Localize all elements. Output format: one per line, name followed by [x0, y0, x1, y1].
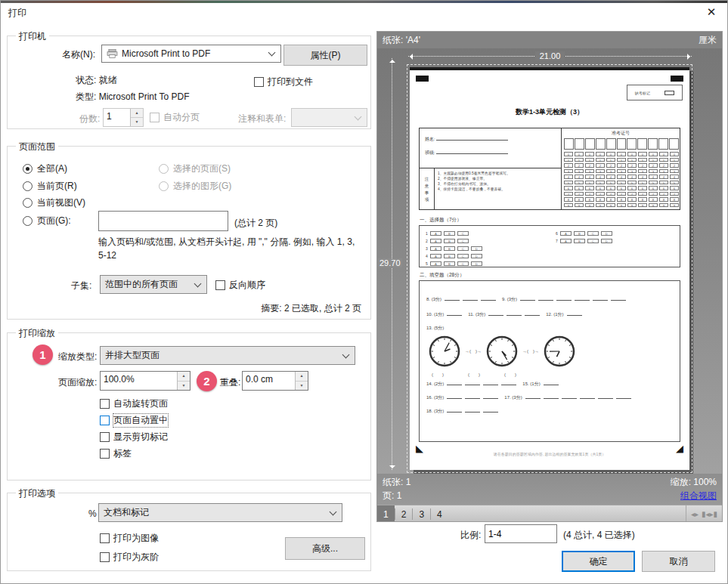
scale-type-select[interactable]: 并排大型页面 [100, 346, 355, 365]
print-content-value: 文档和标记 [104, 506, 149, 519]
stepper-down-icon[interactable]: ▼ [296, 381, 308, 391]
checkbox-box[interactable] [215, 280, 225, 290]
section1-label: 一、选择题（7分） [420, 217, 462, 224]
stepper-up-icon[interactable]: ▲ [296, 372, 308, 381]
choice-option-bubble: A [560, 239, 572, 243]
radio-dot[interactable] [23, 164, 33, 174]
fill-item: 18. (3分) [426, 408, 498, 415]
properties-button[interactable]: 属性(P) [283, 45, 367, 66]
printer-name-select[interactable]: Microsoft Print to PDF [101, 45, 281, 63]
ratio-input[interactable] [485, 524, 557, 543]
fill-item-label: 11. (3分) [468, 311, 485, 318]
digit-bubble: 7 [617, 192, 626, 196]
choice-option-bubble: A [430, 239, 441, 243]
auto-rotate-checkbox[interactable]: 自动旋转页面 [100, 397, 168, 410]
combined-view-link[interactable]: 组合视图 [680, 489, 717, 502]
advanced-button[interactable]: 高级... [285, 537, 365, 560]
auto-center-checkbox[interactable]: 页面自动置中 [100, 414, 168, 427]
digit-bubble: 6 [575, 186, 584, 190]
answer-blank [445, 297, 460, 301]
fill-item-label: 16. (3分) [426, 394, 444, 401]
digit-bubble: 5 [617, 181, 626, 185]
reverse-order-checkbox[interactable]: 反向顺序 [215, 279, 265, 292]
choice-number: 7 [556, 239, 558, 243]
checkbox-box[interactable] [254, 77, 264, 87]
notice-line: 2、不得使用涂改液、修正带。 [438, 176, 558, 181]
stepper-up-icon[interactable]: ▲ [131, 109, 143, 117]
answer-blank [447, 409, 462, 413]
digit-bubble: 9 [596, 203, 605, 208]
digit-bubble: 4 [670, 175, 679, 179]
exam-number-write-cell [617, 138, 627, 150]
subset-select[interactable]: 范围中的所有页面 [100, 275, 207, 294]
radio-current-view[interactable]: 当前视图(V) [23, 196, 85, 209]
ok-button[interactable]: 确定 [562, 551, 635, 572]
print-as-image-checkbox[interactable]: 打印为图像 [100, 532, 159, 545]
notice-line: 1、主观题必须使用0.5毫米黑色签字笔填写。 [438, 171, 558, 176]
tab-navigation: ◂▸ ▮◂▸▮ [686, 505, 722, 522]
radio-current-page[interactable]: 当前页(R) [23, 180, 77, 193]
choice-row: 5ABCD [426, 260, 482, 267]
prev-next-page-icon[interactable]: ◂▸ [691, 510, 699, 518]
checkbox-box[interactable] [100, 449, 110, 459]
digit-bubble: 0 [606, 152, 615, 156]
checkbox-box[interactable] [100, 399, 110, 409]
checkbox-box[interactable] [100, 416, 110, 425]
choice-option-bubble: C [457, 261, 469, 266]
overlap-stepper[interactable]: 0.0 cm ▲▼ [242, 371, 308, 391]
page-scale-value[interactable]: 100.0% [101, 372, 177, 390]
scale-type-value: 并排大型页面 [105, 349, 160, 362]
digit-bubble: 1 [659, 158, 668, 162]
digit-bubble: 9 [564, 203, 573, 208]
radio-all-pages[interactable]: 全部(A) [23, 162, 67, 175]
digit-bubble: 5 [659, 181, 668, 185]
pages-range-input[interactable] [98, 211, 228, 231]
checkbox-box[interactable] [100, 552, 110, 562]
fill-item: 15. (1分) [522, 381, 558, 388]
radio-selected-pages: 选择的页面(S) [159, 162, 231, 175]
close-icon[interactable]: ✕ [703, 4, 720, 20]
copies-stepper[interactable]: 1 ▲▼ [103, 108, 144, 127]
stepper-down-icon[interactable]: ▼ [131, 117, 143, 126]
digit-bubble: 6 [670, 186, 679, 190]
width-dimension-value: 21.00 [408, 51, 692, 60]
digit-bubble: 8 [627, 197, 637, 202]
fill-item: 9. (3分) [502, 296, 626, 303]
radio-pages[interactable]: 页面(G): [23, 215, 71, 227]
page-tab-4[interactable]: 4 [431, 505, 448, 522]
checkbox-box[interactable] [100, 533, 110, 543]
exam-number-write-cell [658, 138, 668, 150]
page-scale-stepper[interactable]: 100.0% ▲▼ [100, 371, 191, 391]
notice-vertical-char: 意 [425, 184, 429, 189]
print-content-select[interactable]: 文档和标记 [98, 503, 342, 522]
show-crop-marks-checkbox[interactable]: 显示剪切标记 [100, 431, 168, 443]
choice-option-bubble: C [587, 239, 599, 243]
first-last-page-icon[interactable]: ▮◂▸▮ [702, 510, 717, 518]
radio-dot[interactable] [23, 181, 33, 191]
fill-item: 17. (3分) [504, 394, 630, 401]
choice-option-bubble: B [444, 231, 455, 236]
answer-blank [488, 312, 503, 316]
page-tab-2[interactable]: 2 [395, 505, 413, 522]
cancel-button[interactable]: 取消 [642, 551, 715, 572]
stepper-up-icon[interactable]: ▲ [178, 372, 190, 381]
checkbox-box[interactable] [100, 432, 110, 442]
print-grayscale-checkbox[interactable]: 打印为灰阶 [100, 551, 159, 564]
choice-number: 1 [426, 231, 428, 236]
choice-option-bubble: B [574, 239, 585, 243]
radio-dot[interactable] [23, 216, 33, 226]
labels-checkbox[interactable]: 标签 [100, 447, 132, 460]
overlap-value[interactable]: 0.0 cm [243, 372, 295, 390]
digit-bubble: 9 [585, 203, 594, 208]
absent-mark-slot [664, 91, 674, 95]
stepper-down-icon[interactable]: ▼ [178, 381, 190, 391]
choice-column-right: 6ABCD7ABCD [556, 230, 612, 245]
print-to-file-checkbox[interactable]: 打印到文件 [254, 76, 313, 88]
fill-item-label: 15. (1分) [522, 381, 540, 388]
digit-bubble: 6 [627, 186, 637, 190]
page-tab-1[interactable]: 1 [377, 505, 395, 522]
notice-list: 1、主观题必须使用0.5毫米黑色签字笔填写。2、不得使用涂改液、修正带。3、不得… [435, 168, 561, 210]
page-tab-3[interactable]: 3 [413, 505, 430, 522]
copies-value[interactable]: 1 [104, 109, 130, 126]
radio-dot[interactable] [23, 198, 33, 208]
